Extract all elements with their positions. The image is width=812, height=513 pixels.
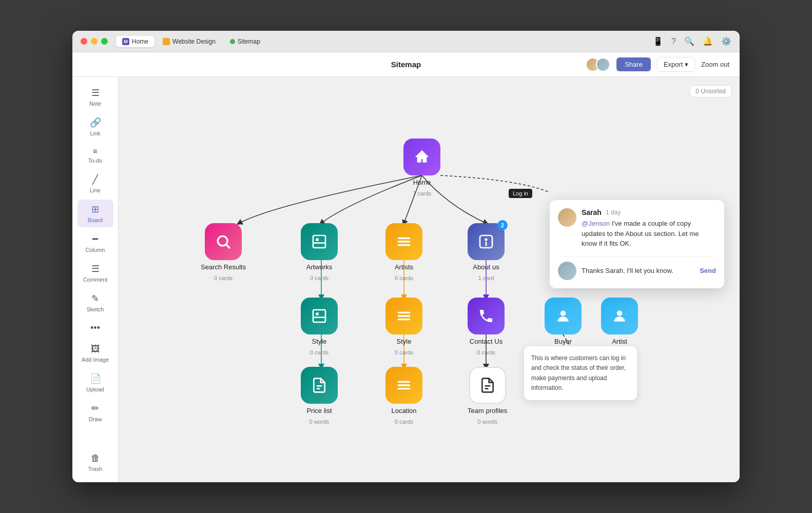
unsorted-badge[interactable]: 0 Unsorted	[690, 85, 731, 97]
sidebar-item-comment[interactable]: ☰ Comment	[78, 259, 113, 287]
sidebar-item-column[interactable]: ━ Column	[78, 229, 113, 257]
node-style-1[interactable]: Style 0 cards	[301, 298, 338, 356]
comment-body-sarah: Sarah 1 day @Jenson I've made a couple o…	[582, 208, 716, 249]
comment-divider	[558, 256, 716, 256]
reply-row: Thanks Sarah. I'll let you know. Send	[558, 262, 716, 280]
reply-avatar	[558, 262, 576, 280]
settings-icon[interactable]: ⚙️	[721, 36, 731, 46]
artist-card-icon	[601, 298, 638, 334]
trash-icon: 🗑	[91, 453, 100, 464]
mention[interactable]: @Jenson	[582, 220, 610, 227]
sidebar-item-trash[interactable]: 🗑 Trash	[78, 449, 113, 476]
team-profiles-sub: 0 words	[477, 419, 497, 425]
search-results-label: Search Results	[201, 263, 246, 272]
export-button[interactable]: Export ▾	[657, 57, 695, 72]
draw-icon: ✏	[91, 403, 99, 414]
tab-sitemap-label: Sitemap	[238, 38, 260, 45]
sidebar-note-label: Note	[89, 101, 101, 107]
node-style-2[interactable]: Style 0 cards	[385, 298, 422, 356]
minimize-button[interactable]	[91, 38, 98, 45]
sidebar-comment-label: Comment	[83, 277, 108, 283]
avatar-2	[596, 57, 610, 72]
svg-line-1	[226, 245, 229, 248]
style2-label: Style	[397, 338, 412, 346]
node-contact-us[interactable]: Contact Us 0 cards	[468, 298, 505, 356]
node-price-list[interactable]: Price list 0 words	[301, 367, 338, 425]
node-search-results[interactable]: Search Results 0 cards	[201, 223, 246, 281]
collaborator-avatars	[586, 57, 610, 72]
sidebar-item-board[interactable]: ⊞ Board	[78, 200, 113, 227]
sidebar-trash-label: Trash	[88, 466, 103, 472]
tab-website-design[interactable]: Website Design	[157, 36, 222, 47]
comment-author: Sarah	[582, 208, 602, 216]
link-icon: 🔗	[90, 117, 101, 128]
help-icon[interactable]: ?	[671, 37, 676, 46]
node-team-profiles[interactable]: Team profiles 0 words	[468, 367, 507, 425]
tab-sitemap[interactable]: Sitemap	[224, 36, 266, 47]
svg-rect-11	[313, 310, 325, 322]
app-window: M Home Website Design Sitemap 📱 ? 🔍 🔔 ⚙️…	[72, 31, 740, 482]
toolbar-right: Share Export ▾ Zoom out	[586, 57, 729, 72]
line-icon: ╱	[92, 174, 98, 185]
home-label: Home	[413, 179, 431, 187]
column-icon: ━	[92, 233, 98, 245]
style2-sub: 0 cards	[395, 349, 413, 356]
artist-card-label: Artist	[612, 338, 627, 346]
tab-home[interactable]: M Home	[116, 36, 154, 47]
node-artists[interactable]: Artists 0 cards	[385, 223, 422, 281]
location-sub: 0 cards	[395, 419, 413, 425]
style2-icon	[385, 298, 422, 334]
sidebar-item-sketch[interactable]: ✎ Sketch	[78, 289, 113, 317]
search-icon[interactable]: 🔍	[684, 36, 694, 46]
svg-point-17	[560, 310, 566, 316]
tab-home-label: Home	[132, 38, 148, 45]
contact-us-sub: 0 cards	[477, 349, 495, 356]
device-icon[interactable]: 📱	[653, 36, 663, 46]
sidebar-item-more[interactable]: •••	[78, 319, 113, 338]
sidebar-sketch-label: Sketch	[87, 306, 104, 312]
sidebar-add-image-label: Add Image	[82, 357, 109, 363]
traffic-lights	[81, 38, 108, 45]
buyer-icon	[545, 298, 582, 334]
contact-us-label: Contact Us	[470, 338, 502, 346]
svg-point-18	[617, 310, 623, 316]
style1-sub: 0 cards	[310, 349, 328, 356]
home-sub: 7 cards	[413, 190, 431, 196]
zoom-out-button[interactable]: Zoom out	[701, 61, 729, 68]
about-us-label: About us	[473, 263, 499, 272]
node-artworks[interactable]: Artworks 0 cards	[301, 223, 338, 281]
price-list-icon	[301, 367, 338, 404]
node-about-us[interactable]: 2 About us 1 card	[468, 223, 505, 281]
artists-label: Artists	[395, 263, 413, 272]
sidebar-column-label: Column	[86, 247, 105, 253]
comment-time: 1 day	[606, 209, 621, 216]
svg-rect-3	[316, 238, 318, 241]
upload-icon: 📄	[90, 373, 101, 384]
sidebar-item-note[interactable]: ☰ Note	[78, 83, 113, 111]
send-button[interactable]: Send	[700, 267, 716, 274]
comment-item-sarah: Sarah 1 day @Jenson I've made a couple o…	[558, 208, 716, 249]
svg-rect-2	[313, 235, 325, 248]
sidebar-item-add-image[interactable]: 🖼 Add Image	[78, 340, 113, 367]
sidebar-item-link[interactable]: 🔗 Link	[78, 113, 113, 141]
titlebar-actions: 📱 ? 🔍 🔔 ⚙️	[653, 36, 731, 46]
artworks-label: Artworks	[306, 263, 333, 272]
note-popup: This is where customers can log in and c…	[524, 346, 637, 400]
node-home[interactable]: Home 7 cards	[403, 139, 440, 196]
sidebar-item-line[interactable]: ╱ Line	[78, 170, 113, 198]
sidebar-item-todo[interactable]: ≡ To-do	[78, 143, 113, 168]
notifications-icon[interactable]: 🔔	[703, 36, 713, 46]
maximize-button[interactable]	[101, 38, 108, 45]
share-button[interactable]: Share	[616, 57, 651, 71]
location-label: Location	[391, 407, 416, 416]
price-list-sub: 0 words	[310, 419, 330, 425]
more-icon: •••	[90, 323, 100, 333]
node-location[interactable]: Location 0 cards	[385, 367, 422, 425]
artists-icon	[385, 223, 422, 260]
close-button[interactable]	[81, 38, 87, 45]
titlebar: M Home Website Design Sitemap 📱 ? 🔍 🔔 ⚙️	[72, 31, 740, 52]
sidebar-item-draw[interactable]: ✏ Draw	[78, 399, 113, 426]
comment-text: @Jenson I've made a couple of copy updat…	[582, 219, 716, 249]
sidebar-item-upload[interactable]: 📄 Upload	[78, 369, 113, 397]
todo-icon: ≡	[93, 147, 98, 155]
